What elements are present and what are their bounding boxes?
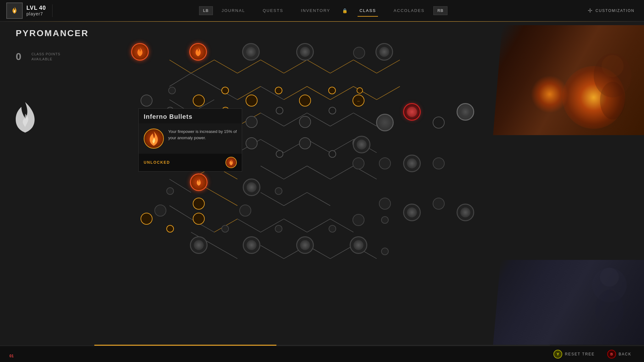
row7-node-2[interactable]: [166, 225, 174, 233]
svg-line-30: [261, 113, 284, 126]
row7-node-5[interactable]: [329, 225, 336, 233]
svg-line-52: [214, 192, 237, 206]
mid-node-3[interactable]: [246, 95, 258, 107]
row5-fire-node[interactable]: [190, 173, 208, 191]
reset-tree-button[interactable]: Y RESET TREE: [553, 350, 595, 359]
row6-large-right[interactable]: [403, 204, 421, 221]
row4-right-2[interactable]: [353, 157, 364, 169]
row3-med-3[interactable]: [299, 116, 311, 128]
points-label: CLASS POINTSAVAILABLE: [31, 52, 60, 62]
svg-line-62: [307, 219, 330, 232]
conn-node-1[interactable]: [168, 87, 176, 94]
nav-item-accolades[interactable]: ACCOLADES: [385, 6, 433, 15]
lb-button[interactable]: LB: [199, 6, 213, 15]
rb-button[interactable]: RB: [433, 6, 447, 15]
svg-line-46: [284, 166, 307, 179]
row3-node-4[interactable]: [329, 107, 336, 114]
conn-node-3[interactable]: [275, 87, 282, 94]
back-button[interactable]: B BACK: [607, 350, 631, 359]
row8-node-1[interactable]: [381, 248, 389, 255]
tooltip-description: Your firepower is increased by 15% of yo…: [168, 129, 237, 141]
svg-line-48: [330, 166, 353, 179]
flame-icon: [10, 6, 19, 15]
row4-node-2[interactable]: [246, 137, 258, 149]
bottom-bar: Y RESET TREE B BACK: [0, 346, 644, 362]
svg-line-15: [377, 60, 400, 73]
conn-node-2[interactable]: [221, 87, 229, 94]
svg-line-59: [237, 219, 261, 232]
bottom-indicator: 01: [9, 354, 14, 358]
row4-node-3[interactable]: [276, 150, 283, 158]
svg-line-25: [377, 86, 400, 100]
tooltip-body: Your firepower is increased by 15% of yo…: [139, 123, 242, 154]
row6-node-1[interactable]: [154, 205, 166, 217]
row6-right-2[interactable]: [433, 198, 445, 210]
row7-node-1[interactable]: [141, 213, 153, 225]
row3-node-3[interactable]: [276, 107, 283, 114]
mid-node-1[interactable]: [141, 95, 153, 107]
svg-line-8: [214, 60, 237, 73]
row4-right-3[interactable]: [379, 157, 391, 169]
conn-node-4[interactable]: [328, 87, 336, 94]
svg-line-11: [284, 60, 307, 73]
skill-node-fire-large[interactable]: [189, 43, 207, 61]
svg-line-65: [214, 245, 237, 259]
customization-icon: ✛: [588, 7, 593, 14]
conn-node-5[interactable]: [357, 87, 363, 94]
row3-med-2[interactable]: [246, 116, 258, 128]
mid-node-2[interactable]: [193, 95, 205, 107]
row6-node-2[interactable]: [239, 205, 251, 217]
row8-large-3[interactable]: [296, 236, 314, 254]
row5-node-3[interactable]: [275, 187, 282, 195]
row8-large-2[interactable]: [243, 236, 260, 254]
row7-gold-node[interactable]: [193, 213, 205, 225]
special-node-1[interactable]: [403, 103, 421, 121]
nav-item-journal[interactable]: JOURNAL: [213, 6, 254, 15]
special-node-3[interactable]: [376, 114, 394, 131]
tooltip-status: UNLOCKED: [144, 160, 170, 165]
nav-item-inventory[interactable]: INVENTORY: [292, 6, 339, 15]
row4-node-4[interactable]: [299, 137, 311, 149]
special-node-2[interactable]: [457, 103, 474, 121]
skill-node-5[interactable]: [375, 43, 393, 61]
nav-item-quests[interactable]: QUESTS: [254, 6, 292, 15]
svg-line-54: [284, 192, 307, 206]
skill-node-4[interactable]: [353, 47, 365, 59]
svg-line-33: [330, 113, 353, 126]
mid-node-4[interactable]: [299, 95, 311, 107]
skill-tree-lines: [63, 25, 644, 343]
player-details: LVL 40 player7: [26, 5, 46, 16]
customization-button[interactable]: ✛ CUSTOMIZATION: [588, 7, 635, 14]
skill-node-3[interactable]: [296, 43, 314, 61]
row4-node-5[interactable]: [329, 150, 336, 158]
skill-node-2[interactable]: [242, 43, 260, 61]
row7-node-4[interactable]: [275, 225, 282, 233]
svg-line-17: [191, 73, 214, 86]
row6-gold-node[interactable]: [193, 198, 205, 210]
row8-large-1[interactable]: [190, 236, 208, 254]
nav-item-class[interactable]: CLASS: [351, 6, 385, 15]
skill-node-1[interactable]: [131, 43, 149, 61]
row4-large-1[interactable]: [353, 136, 370, 153]
svg-line-14: [353, 60, 377, 73]
big-fire-icon: [9, 101, 41, 135]
svg-line-7: [191, 60, 214, 73]
mid-node-5[interactable]: ...: [353, 95, 364, 107]
skill-tooltip: Inferno Bullets Your firepower is increa…: [138, 108, 242, 172]
special-node-4[interactable]: [433, 117, 445, 129]
row7-node-7[interactable]: [381, 216, 389, 224]
row7-node-3[interactable]: [221, 225, 229, 233]
points-number: 0: [16, 51, 27, 63]
row4-right-1[interactable]: [403, 155, 421, 172]
svg-line-55: [307, 192, 330, 206]
row8-large-4[interactable]: [350, 236, 367, 254]
row7-node-6[interactable]: [353, 214, 364, 226]
row6-right-1[interactable]: [379, 198, 391, 210]
row5-node-2[interactable]: [243, 178, 260, 196]
row4-right-4[interactable]: [433, 157, 445, 169]
y-key-icon: Y: [553, 350, 562, 359]
player-level: LVL 40: [26, 5, 46, 11]
row5-node-1[interactable]: [166, 187, 174, 195]
svg-line-45: [261, 166, 284, 179]
row6-large-right-2[interactable]: [457, 204, 474, 221]
